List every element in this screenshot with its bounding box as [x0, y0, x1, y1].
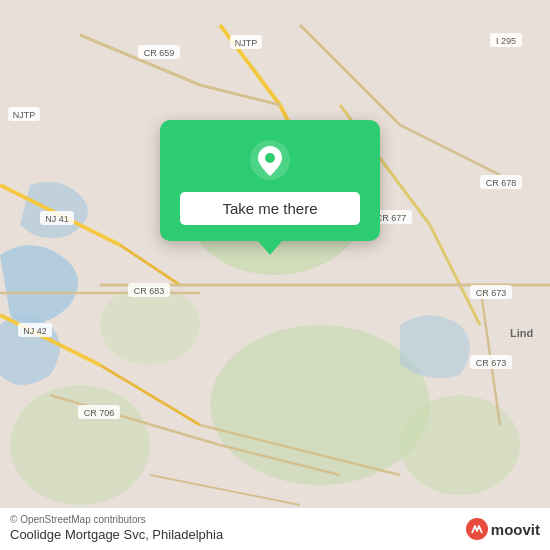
- svg-point-4: [400, 395, 520, 495]
- svg-point-2: [210, 325, 430, 485]
- svg-point-53: [265, 153, 275, 163]
- svg-text:I 295: I 295: [496, 36, 516, 46]
- svg-text:NJ 42: NJ 42: [23, 326, 47, 336]
- svg-text:CR 677: CR 677: [376, 213, 407, 223]
- svg-text:CR 673: CR 673: [476, 288, 507, 298]
- svg-text:CR 673: CR 673: [476, 358, 507, 368]
- svg-text:Lind: Lind: [510, 327, 533, 339]
- map-background: CR 659 NJTP NJTP NJ 41 CR CR 677 CR 678 …: [0, 0, 550, 550]
- location-title: Coolidge Mortgage Svc, Philadelphia: [10, 527, 540, 542]
- svg-text:CR 706: CR 706: [84, 408, 115, 418]
- map-container: CR 659 NJTP NJTP NJ 41 CR CR 677 CR 678 …: [0, 0, 550, 550]
- take-me-there-button[interactable]: Take me there: [180, 192, 360, 225]
- map-attribution: © OpenStreetMap contributors: [10, 514, 540, 525]
- svg-text:NJTP: NJTP: [13, 110, 36, 120]
- moovit-logo: moovit: [466, 518, 540, 540]
- popup-card: Take me there: [160, 120, 380, 241]
- moovit-text: moovit: [491, 521, 540, 538]
- svg-text:NJTP: NJTP: [235, 38, 258, 48]
- svg-text:CR 678: CR 678: [486, 178, 517, 188]
- svg-text:CR 659: CR 659: [144, 48, 175, 58]
- moovit-icon: [466, 518, 488, 540]
- svg-text:NJ 41: NJ 41: [45, 214, 69, 224]
- location-pin-icon: [248, 138, 292, 182]
- svg-text:CR 683: CR 683: [134, 286, 165, 296]
